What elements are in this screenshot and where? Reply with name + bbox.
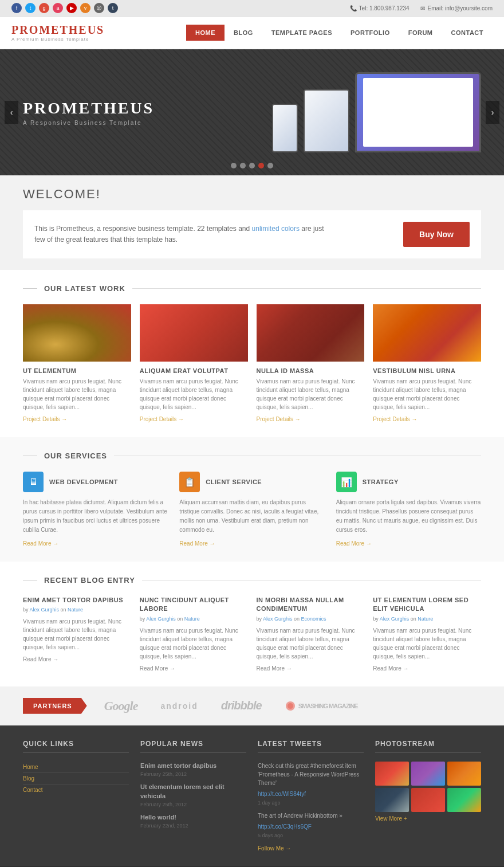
service-link-1[interactable]: Read More → — [23, 540, 58, 547]
nav-blog[interactable]: BLOG — [225, 25, 262, 41]
footer-link-blog[interactable]: Blog — [23, 773, 129, 784]
photo-thumb-6[interactable] — [447, 788, 481, 812]
service-title-2: CLIENT SERVICE — [206, 478, 262, 485]
tumblr-icon[interactable]: t — [108, 3, 118, 13]
portfolio-link-4[interactable]: Project Details → — [373, 416, 417, 422]
main-nav: HOME BLOG TEMPLATE PAGES PORTFOLIO FORUM… — [186, 25, 493, 41]
photo-thumb-1[interactable] — [375, 762, 409, 786]
welcome-link[interactable]: unlimited colors — [252, 225, 300, 233]
latest-work-section: OUR LATEST WORK UT ELEMENTUM Vivamus nam… — [0, 270, 504, 437]
services-title: OUR SERVICES — [37, 452, 114, 460]
phone-info: 📞 Tel: 1.800.987.1234 — [350, 5, 410, 11]
hero-title: PROMETHEUS — [23, 99, 154, 117]
portfolio-title-1: UT ELEMENTUM — [23, 367, 131, 374]
hero-prev-arrow[interactable]: ‹ — [5, 101, 18, 124]
footer-link-contact[interactable]: Contact — [23, 784, 129, 795]
blog-desc-3: Vivamus nam arcu purus feugiat. Nunc tin… — [257, 626, 365, 661]
service-item-1: 🖥 WEB DEVELOPMENT In hac habitasse plate… — [23, 472, 168, 547]
portfolio-img-3[interactable] — [257, 304, 365, 362]
news-item-1: Enim amet tortor dapibus February 25th, … — [140, 762, 246, 777]
blog-author-2[interactable]: Alex Gurghis — [146, 616, 176, 622]
blog-author-3[interactable]: Alex Gurghis — [263, 616, 293, 622]
tweet-1: Check out this great #themeforest item '… — [258, 762, 364, 806]
tweet-link-2[interactable]: http://t.co/C3qHs6QF — [258, 823, 312, 830]
logo[interactable]: PROMETHEUS A Premium Business Template — [11, 23, 104, 42]
footer-grid: QUICK LINKS Home Blog Contact POPULAR NE… — [23, 740, 481, 852]
portfolio-desc-1: Vivamus nam arcu purus feugiat. Nunc tin… — [23, 377, 131, 411]
nav-portfolio[interactable]: PORTFOLIO — [341, 25, 399, 41]
youtube-icon[interactable]: ▶ — [66, 3, 77, 13]
view-more-link[interactable]: View More + — [375, 815, 481, 822]
welcome-section: WELCOME! This is Prometheus, a responsiv… — [0, 175, 504, 270]
hero-dot-3[interactable] — [249, 163, 255, 168]
blog-item-4: UT ELEMENTUM LOREM SED ELIT VEHICULA by … — [373, 596, 481, 672]
news-title-2: Ut elementum lorem sed elit vehicula — [140, 783, 246, 801]
smashing-magazine-logo[interactable]: SMASHING MAGAZINE — [285, 700, 358, 712]
photo-thumb-4[interactable] — [375, 788, 409, 812]
hero-dot-4[interactable] — [258, 163, 264, 168]
buy-now-button[interactable]: Buy Now — [403, 222, 470, 247]
googleplus-icon[interactable]: g — [39, 3, 49, 13]
blog-link-2[interactable]: Read More → — [140, 665, 175, 672]
blog-category-2[interactable]: Nature — [184, 616, 200, 622]
blog-author-4[interactable]: Alex Gurghis — [380, 616, 410, 622]
hero-next-arrow[interactable]: › — [486, 101, 499, 124]
blog-author-1[interactable]: Alex Gurghis — [30, 607, 60, 613]
service-link-3[interactable]: Read More → — [336, 540, 372, 547]
portfolio-img-4[interactable] — [373, 304, 481, 362]
dribbble-logo[interactable]: dribbble — [221, 699, 262, 712]
section-line-left — [23, 288, 37, 289]
nav-home[interactable]: HOME — [186, 25, 225, 41]
nav-contact[interactable]: CONTACT — [442, 25, 493, 41]
blog-item-3: IN MORBI MASSA NULLAM CONDIMENTUM by Ale… — [257, 596, 365, 672]
photo-thumb-5[interactable] — [411, 788, 445, 812]
service-link-2[interactable]: Read More → — [179, 540, 215, 547]
google-logo[interactable]: Google — [104, 699, 138, 713]
portfolio-desc-4: Vivamus nam arcu purus feugiat. Nunc tin… — [373, 377, 481, 411]
hero-dot-1[interactable] — [231, 163, 237, 168]
services-line-right — [114, 456, 481, 456]
service-desc-3: Aliquam ornare porta ligula sed dapibus.… — [336, 498, 481, 535]
hero-content: PROMETHEUS A Responsive Business Templat… — [0, 72, 504, 152]
blog-category-1[interactable]: Nature — [68, 607, 83, 613]
tweet-follow-link[interactable]: Follow Me → — [258, 845, 291, 852]
twitter-icon[interactable]: t — [25, 3, 36, 13]
email-social-icon[interactable]: @ — [94, 3, 104, 13]
nav-template-pages[interactable]: TEMPLATE PAGES — [262, 25, 341, 41]
nav-forum[interactable]: FORUM — [399, 25, 442, 41]
social-icons: f t g a ▶ v @ t — [11, 3, 118, 13]
android-logo[interactable]: android — [160, 701, 198, 711]
tweet-link-1[interactable]: http://t.co/WlS84tyf — [258, 791, 306, 797]
portfolio-img-2[interactable] — [140, 304, 248, 362]
instagram-icon[interactable]: a — [53, 3, 63, 13]
section-line-right — [132, 288, 481, 289]
vimeo-icon[interactable]: v — [80, 3, 90, 13]
portfolio-link-1[interactable]: Project Details → — [23, 416, 67, 422]
portfolio-link-2[interactable]: Project Details → — [140, 416, 184, 422]
services-section: OUR SERVICES 🖥 WEB DEVELOPMENT In hac ha… — [0, 437, 504, 562]
blog-link-4[interactable]: Read More → — [373, 665, 408, 672]
blog-grid: ENIM AMET TORTOR DAPIBUS by Alex Gurghis… — [23, 596, 481, 672]
footer-link-home[interactable]: Home — [23, 762, 129, 773]
portfolio-img-1[interactable] — [23, 304, 131, 362]
strategy-icon: 📊 — [336, 472, 357, 492]
partners-section: PARTNERS Google android dribbble SMASHIN… — [0, 686, 504, 725]
logo-text: PROMETHEUS — [11, 23, 104, 37]
welcome-text: This is Prometheus, a responsive busines… — [34, 223, 332, 245]
blog-title-3: IN MORBI MASSA NULLAM CONDIMENTUM — [257, 596, 365, 614]
svg-point-1 — [288, 703, 293, 709]
portfolio-link-3[interactable]: Project Details → — [257, 416, 301, 422]
hero-dot-2[interactable] — [240, 163, 246, 168]
photo-thumb-3[interactable] — [447, 762, 481, 786]
portfolio-item-4: VESTIBULUM NISL URNA Vivamus nam arcu pu… — [373, 304, 481, 423]
facebook-icon[interactable]: f — [11, 3, 22, 13]
service-desc-2: Aliquam accumsan mattis diam, eu dapibus… — [179, 498, 324, 535]
hero-dot-5[interactable] — [267, 163, 273, 168]
blog-line-left — [23, 580, 37, 580]
photo-thumb-2[interactable] — [411, 762, 445, 786]
blog-link-1[interactable]: Read More → — [23, 656, 58, 662]
blog-link-3[interactable]: Read More → — [257, 665, 292, 672]
blog-category-3[interactable]: Economics — [301, 616, 326, 622]
blog-category-4[interactable]: Nature — [418, 616, 433, 622]
blog-section-title: RECENT BLOG ENTRY — [37, 576, 142, 584]
